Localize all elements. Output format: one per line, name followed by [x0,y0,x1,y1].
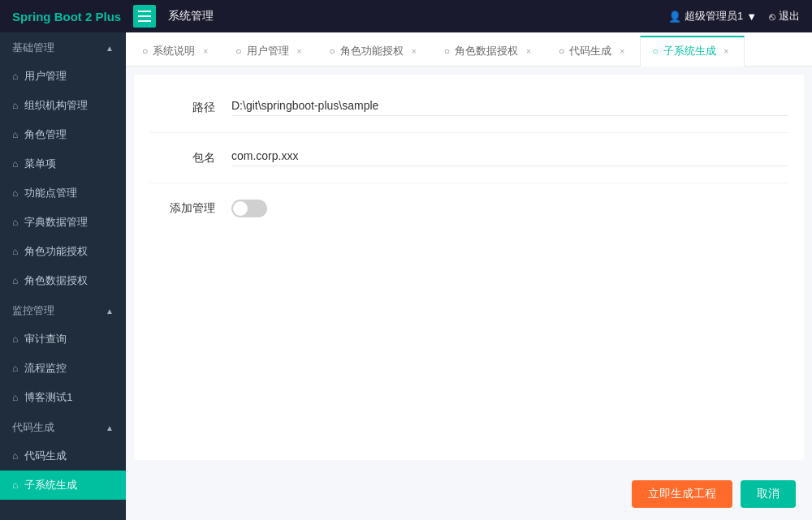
menu-line-1 [138,11,151,12]
header-right: 👤 超级管理员1 ▼ ⎋ 退出 [668,9,800,24]
sidebar-item-role-func-auth[interactable]: ⌂ 角色功能授权 [0,237,126,266]
house-icon: ⌂ [12,129,18,140]
sidebar-item-dict[interactable]: ⌂ 字典数据管理 [0,208,126,237]
sidebar-item-role-management[interactable]: ⌂ 角色管理 [0,120,126,149]
tab-role-func-auth[interactable]: ○ 角色功能授权 × [317,37,432,66]
tab-system-info-close[interactable]: × [200,45,211,57]
sidebar-item-flow-monitor[interactable]: ⌂ 流程监控 [0,354,126,383]
main-layout: 基础管理 ▲ ⌂ 用户管理 ⌂ 组织机构管理 ⌂ 角色管理 ⌂ 菜单项 ⌂ 功能… [0,32,812,520]
sidebar-item-blog-test-label: 博客测试1 [24,390,72,405]
form-label-toggle: 添加管理 [150,201,215,216]
sidebar-item-audit[interactable]: ⌂ 审计查询 [0,324,126,354]
sidebar-group-jichu-arrow: ▲ [106,44,114,53]
sidebar-item-role-data-auth-label: 角色数据授权 [24,273,88,288]
user-menu[interactable]: 👤 超级管理员1 ▼ [668,9,757,24]
house-icon: ⌂ [12,479,18,491]
house-icon: ⌂ [12,100,18,111]
sidebar-group-jichu-label: 基础管理 [12,41,54,55]
sidebar-item-feature-label: 功能点管理 [24,186,77,200]
house-icon: ⌂ [12,392,18,403]
menu-line-2 [138,15,151,17]
tab-role-data-auth[interactable]: ○ 角色数据授权 × [432,37,546,66]
sidebar-item-menu-label: 菜单项 [24,157,56,171]
house-icon: ⌂ [12,450,18,462]
sidebar-item-flow-monitor-label: 流程监控 [24,361,67,376]
tab-codegen-label: 代码生成 [569,44,611,58]
tab-subsystem-gen-icon: ○ [652,45,658,57]
house-icon: ⌂ [12,158,18,170]
form-row-path: 路径 D:\git\springboot-plus\sample [150,99,788,133]
tab-subsystem-gen-close[interactable]: × [721,45,732,57]
sidebar-group-codegen-arrow: ▲ [106,423,114,432]
sidebar-item-menu[interactable]: ⌂ 菜单项 [0,149,126,178]
menu-line-3 [138,20,151,22]
sidebar-item-user-management[interactable]: ⌂ 用户管理 [0,62,126,91]
tab-user-management[interactable]: ○ 用户管理 × [223,37,317,66]
sidebar-item-subsystem-gen-label: 子系统生成 [24,478,77,492]
tab-role-data-auth-icon: ○ [444,45,450,57]
sidebar-item-user-management-label: 用户管理 [24,69,67,84]
house-icon: ⌂ [12,71,18,82]
sidebar-item-codegen[interactable]: ⌂ 代码生成 [0,441,126,471]
footer-buttons: 立即生成工程 取消 [126,468,812,520]
form-row-package: 包名 com.corp.xxx [150,149,788,183]
header: Spring Boot 2 Plus 系统管理 👤 超级管理员1 ▼ ⎋ 退出 [0,0,812,32]
house-icon: ⌂ [12,187,18,199]
form-content: 路径 D:\git\springboot-plus\sample 包名 com.… [134,75,804,460]
tab-system-info-label: 系统说明 [153,44,195,58]
content-area: ○ 系统说明 × ○ 用户管理 × ○ 角色功能授权 × ○ 角色数据授权 × … [126,32,812,520]
chevron-down-icon: ▼ [746,11,757,23]
sidebar-group-monitor-label: 监控管理 [12,303,54,318]
cancel-button[interactable]: 取消 [741,480,796,508]
tab-subsystem-gen[interactable]: ○ 子系统生成 × [640,36,744,67]
sidebar-item-subsystem-gen[interactable]: ⌂ 子系统生成 [0,471,126,500]
tab-codegen-close[interactable]: × [616,45,628,57]
form-value-path[interactable]: D:\git\springboot-plus\sample [231,99,788,116]
form-label-package: 包名 [150,151,215,165]
generate-button[interactable]: 立即生成工程 [632,480,732,508]
tab-role-data-auth-close[interactable]: × [523,45,534,57]
add-management-toggle[interactable] [231,200,267,217]
sidebar-item-org-management[interactable]: ⌂ 组织机构管理 [0,91,126,120]
sidebar-group-monitor-arrow: ▲ [106,307,114,316]
sidebar-group-codegen[interactable]: 代码生成 ▲ [0,412,126,441]
sidebar-item-codegen-label: 代码生成 [24,449,67,463]
sidebar-item-blog-test[interactable]: ⌂ 博客测试1 [0,383,126,412]
exit-icon: ⎋ [769,11,775,23]
sidebar-item-role-func-auth-label: 角色功能授权 [24,244,88,259]
form-value-package[interactable]: com.corp.xxx [231,149,788,166]
user-label: 超级管理员1 [685,9,743,24]
tab-role-func-auth-label: 角色功能授权 [340,44,404,58]
tab-codegen[interactable]: ○ 代码生成 × [546,37,640,66]
house-icon: ⌂ [12,246,18,257]
house-icon: ⌂ [12,363,18,374]
tab-role-func-auth-close[interactable]: × [408,45,420,57]
tab-codegen-icon: ○ [559,45,564,57]
logout-button[interactable]: ⎋ 退出 [769,9,800,24]
user-icon: 👤 [668,11,681,23]
tab-subsystem-gen-label: 子系统生成 [663,44,716,58]
tab-user-management-label: 用户管理 [247,44,289,58]
sidebar-group-monitor[interactable]: 监控管理 ▲ [0,295,126,324]
tab-system-info-icon: ○ [142,45,148,57]
house-icon: ⌂ [12,275,18,286]
sidebar-group-codegen-label: 代码生成 [12,420,54,435]
tab-system-info[interactable]: ○ 系统说明 × [130,37,223,66]
tab-role-func-auth-icon: ○ [330,45,335,57]
form-label-path: 路径 [150,101,215,115]
sidebar-item-role-management-label: 角色管理 [24,127,67,142]
sidebar: 基础管理 ▲ ⌂ 用户管理 ⌂ 组织机构管理 ⌂ 角色管理 ⌂ 菜单项 ⌂ 功能… [0,32,126,520]
sidebar-item-org-management-label: 组织机构管理 [24,98,88,113]
sidebar-item-feature[interactable]: ⌂ 功能点管理 [0,178,126,208]
form-row-toggle: 添加管理 [150,200,788,234]
sidebar-item-dict-label: 字典数据管理 [24,215,88,230]
menu-toggle-button[interactable] [133,5,156,28]
tab-user-management-close[interactable]: × [294,45,305,57]
sidebar-group-jichu[interactable]: 基础管理 ▲ [0,32,126,62]
nav-title: 系统管理 [168,9,214,24]
tab-role-data-auth-label: 角色数据授权 [455,44,518,58]
tab-user-management-icon: ○ [235,45,241,57]
logout-label: 退出 [779,9,800,24]
house-icon: ⌂ [12,333,18,345]
sidebar-item-role-data-auth[interactable]: ⌂ 角色数据授权 [0,266,126,295]
